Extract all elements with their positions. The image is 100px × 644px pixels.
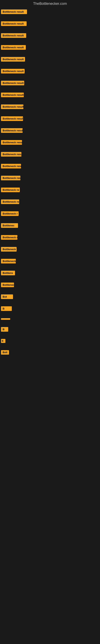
- bottleneck-row-5: Bottleneck result: [0, 55, 100, 64]
- bottleneck-row-29: B: [0, 337, 100, 345]
- spacer-8: [0, 99, 100, 102]
- bottleneck-badge-13[interactable]: Bottleneck result: [1, 152, 21, 156]
- bottleneck-row-4: Bottleneck result: [0, 43, 100, 52]
- bottleneck-row-6: Bottleneck result: [0, 67, 100, 76]
- bottleneck-badge-9[interactable]: Bottleneck result: [1, 104, 23, 109]
- bottleneck-row-9: Bottleneck result: [0, 102, 100, 111]
- bottleneck-badge-7[interactable]: Bottleneck result: [1, 81, 24, 85]
- bottleneck-badge-2[interactable]: Bottleneck result: [1, 21, 27, 26]
- bottleneck-row-20: Bottleneck r: [0, 233, 100, 242]
- bottleneck-row-3: Bottleneck result: [0, 31, 100, 40]
- bottleneck-badge-26[interactable]: B: [1, 306, 12, 311]
- spacer-20: [0, 242, 100, 245]
- bottleneck-row-10: Bottleneck result: [0, 114, 100, 123]
- bottleneck-row-22: Bottleneck res: [0, 257, 100, 266]
- spacer-18: [0, 218, 100, 221]
- bottleneck-row-17: Bottleneck result: [0, 198, 100, 206]
- bottleneck-row-19: Bottlenec: [0, 221, 100, 230]
- bottleneck-row-23: Bottlens: [0, 269, 100, 277]
- bottleneck-row-7: Bottleneck result: [0, 79, 100, 87]
- bottleneck-row-18: Bottleneck r: [0, 209, 100, 218]
- spacer-23: [0, 277, 100, 280]
- spacer-5: [0, 64, 100, 67]
- spacer-6: [0, 76, 100, 79]
- bottleneck-badge-12[interactable]: Bottleneck result: [1, 140, 22, 145]
- bottleneck-badge-20[interactable]: Bottleneck r: [1, 235, 17, 240]
- bottleneck-row-26: B: [0, 304, 100, 313]
- bottleneck-badge-1[interactable]: Bottleneck result: [1, 10, 27, 14]
- spacer-29: [0, 345, 100, 348]
- bottleneck-badge-5[interactable]: Bottleneck result: [1, 57, 25, 62]
- spacer-14: [0, 170, 100, 174]
- bottleneck-badge-19[interactable]: Bottlenec: [1, 223, 18, 228]
- bottleneck-badge-27[interactable]: [1, 318, 10, 320]
- bottleneck-row-21: Bottleneck: [0, 245, 100, 254]
- bottleneck-row-15: Bottleneck result: [0, 174, 100, 182]
- bottleneck-badge-18[interactable]: Bottleneck r: [1, 211, 19, 216]
- bottleneck-row-16: Bottleneck re: [0, 186, 100, 194]
- spacer-25: [0, 301, 100, 304]
- bottleneck-row-24: Bottleneck: [0, 280, 100, 289]
- bottleneck-badge-14[interactable]: Bottleneck result: [1, 164, 21, 168]
- site-title: TheBottlenecker.com: [0, 0, 100, 8]
- spacer-24: [0, 289, 100, 292]
- bottleneck-badge-21[interactable]: Bottleneck: [1, 247, 17, 252]
- spacer-12: [0, 147, 100, 150]
- spacer-3: [0, 40, 100, 43]
- bottleneck-row-25: Bot: [0, 292, 100, 301]
- bottleneck-badge-25[interactable]: Bot: [1, 294, 13, 299]
- bottleneck-badge-22[interactable]: Bottleneck res: [1, 259, 16, 264]
- spacer-27: [0, 322, 100, 325]
- bottleneck-badge-16[interactable]: Bottleneck re: [1, 188, 20, 192]
- bottleneck-badge-10[interactable]: Bottleneck result: [1, 116, 23, 121]
- spacer-26: [0, 313, 100, 316]
- spacer-4: [0, 52, 100, 55]
- spacer-21: [0, 254, 100, 257]
- bottleneck-row-2: Bottleneck result: [0, 19, 100, 28]
- bottleneck-badge-3[interactable]: Bottleneck result: [1, 33, 26, 38]
- bottleneck-badge-15[interactable]: Bottleneck result: [1, 176, 20, 180]
- bottleneck-badge-24[interactable]: Bottleneck: [1, 282, 14, 287]
- spacer-22: [0, 266, 100, 269]
- spacer-7: [0, 87, 100, 90]
- bottleneck-badge-28[interactable]: B: [1, 327, 8, 332]
- spacer-28: [0, 334, 100, 337]
- bottleneck-badge-17[interactable]: Bottleneck result: [1, 200, 19, 204]
- spacer-30: [0, 356, 100, 360]
- bottleneck-badge-23[interactable]: Bottlens: [1, 271, 15, 275]
- bottleneck-row-30: Bott: [0, 348, 100, 356]
- spacer-17: [0, 206, 100, 209]
- spacer-19: [0, 230, 100, 233]
- bottleneck-badge-30[interactable]: Bott: [1, 350, 9, 354]
- bottleneck-row-12: Bottleneck result: [0, 138, 100, 147]
- spacer-1: [0, 16, 100, 19]
- bottleneck-row-1: Bottleneck result: [0, 8, 100, 16]
- bottleneck-row-8: Bottleneck result: [0, 90, 100, 99]
- spacer-9: [0, 111, 100, 114]
- spacer-15: [0, 182, 100, 186]
- bottleneck-row-28: B: [0, 325, 100, 334]
- spacer-13: [0, 158, 100, 162]
- bottleneck-badge-11[interactable]: Bottleneck result: [1, 128, 23, 133]
- spacer-11: [0, 135, 100, 138]
- bottleneck-badge-4[interactable]: Bottleneck result: [1, 45, 26, 50]
- spacer-10: [0, 123, 100, 126]
- bottleneck-badge-29[interactable]: B: [1, 339, 5, 343]
- bottleneck-row-14: Bottleneck result: [0, 162, 100, 170]
- bottleneck-row-11: Bottleneck result: [0, 126, 100, 135]
- bottleneck-row-13: Bottleneck result: [0, 150, 100, 158]
- bottleneck-badge-8[interactable]: Bottleneck result: [1, 92, 24, 97]
- bottleneck-badge-6[interactable]: Bottleneck result: [1, 69, 25, 74]
- bottleneck-row-27: [0, 316, 100, 322]
- spacer-2: [0, 28, 100, 31]
- spacer-16: [0, 194, 100, 198]
